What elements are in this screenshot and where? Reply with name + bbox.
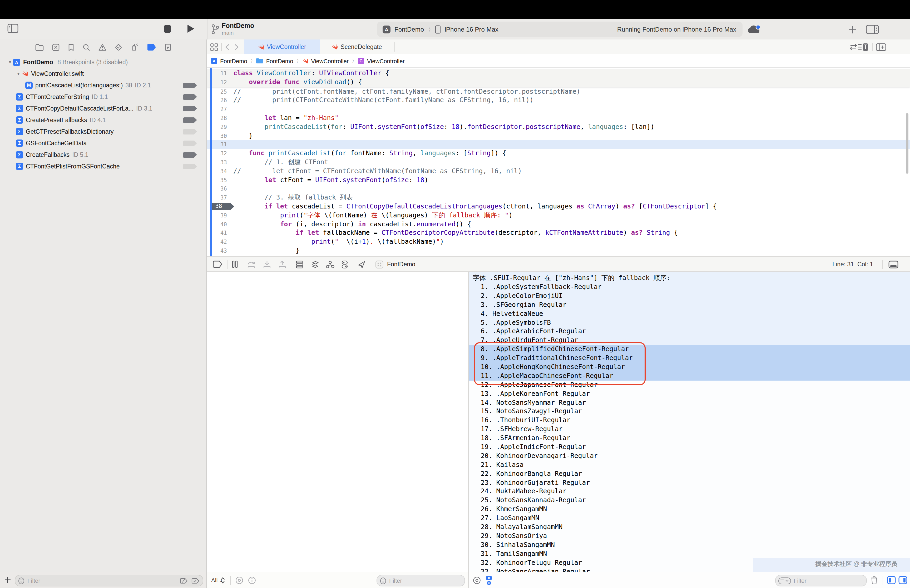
console-line: 23. KohinoorGujarati-Regular: [469, 478, 910, 487]
tab-label: SceneDelegate: [341, 44, 382, 50]
add-breakpoint-button[interactable]: [4, 577, 11, 583]
breakpoint-state-tag[interactable]: [183, 129, 197, 134]
quicklook-icon[interactable]: [235, 577, 243, 584]
filter-breakpoint-outline-icon[interactable]: [179, 578, 188, 583]
go-forward-button[interactable]: [234, 44, 239, 50]
breadcrumb-symbol[interactable]: ViewController: [367, 58, 405, 64]
editor-scrollbar[interactable]: [906, 113, 908, 174]
console-quicklook-icon[interactable]: [473, 577, 481, 584]
toggle-inspector-button[interactable]: [866, 25, 879, 34]
breakpoint-row[interactable]: ΣCTFontGetPlistFromGSFontCache: [0, 161, 207, 172]
breakpoint-row[interactable]: ΣCreateFallbacksID 5.1: [0, 149, 207, 161]
variables-filter-field[interactable]: Filter: [377, 575, 465, 586]
disclosure-icon[interactable]: ▾: [16, 71, 21, 76]
breakpoint-state-tag[interactable]: [183, 152, 197, 158]
breakpoint-row[interactable]: ΣCTFontCopyDefaultCascadeListForLa...ID …: [0, 103, 207, 114]
scheme-selector[interactable]: A FontDemo 〉 iPhone 16 Pro Max Running F…: [377, 22, 742, 37]
app-target-icon: A: [211, 57, 218, 64]
breakpoint-state-tag[interactable]: [183, 105, 197, 111]
device-conditions-icon[interactable]: [341, 260, 348, 268]
console-output[interactable]: 字体 .SFUI-Regular 在 ["zh-Hans"] 下的 fallba…: [469, 271, 910, 572]
destination-name[interactable]: iPhone 16 Pro Max: [445, 26, 498, 33]
breakpoint-state-tag[interactable]: [183, 117, 197, 123]
pause-execution-icon[interactable]: [232, 260, 238, 268]
step-into-icon[interactable]: [263, 260, 271, 268]
clear-console-icon[interactable]: [871, 576, 878, 584]
simulate-location-icon[interactable]: [357, 260, 365, 268]
breakpoint-label: ViewController.swift: [31, 71, 84, 77]
cloud-status-icon[interactable]: [747, 24, 761, 35]
environment-overrides-icon[interactable]: [326, 260, 335, 268]
find-navigator-icon[interactable]: [83, 44, 90, 51]
reports-navigator-icon[interactable]: [165, 44, 171, 51]
stop-button[interactable]: [163, 25, 172, 33]
console-scope-icon[interactable]: [485, 575, 492, 585]
tab-scenedelegate[interactable]: SceneDelegate: [320, 39, 393, 54]
breadcrumb-file[interactable]: ViewController: [311, 58, 349, 64]
breakpoint-row[interactable]: ΣCreatePresetFallbacksID 4.1: [0, 114, 207, 126]
breakpoint-row[interactable]: ΣCTFontCreateForStringID 1.1: [0, 91, 207, 103]
console-line: 29. NotoSansOriya: [469, 531, 910, 541]
bookmarks-navigator-icon[interactable]: [68, 44, 74, 51]
swap-editor-icon[interactable]: [849, 44, 858, 50]
filter-breakpoint-check-icon[interactable]: [191, 578, 200, 583]
editor-options-icon[interactable]: [857, 43, 868, 51]
console-line: 15. NotoSansZawgyi-Regular: [469, 407, 910, 416]
code-line: 37 // 3. 获取 fallback 列表: [207, 193, 910, 202]
hide-debug-breakpoints-icon[interactable]: [212, 260, 223, 268]
tests-navigator-icon[interactable]: [115, 44, 122, 51]
breakpoint-navigator-icon[interactable]: [147, 44, 157, 50]
breakpoint-label: printCascadeList(for:languages:): [35, 82, 123, 89]
breadcrumb-project[interactable]: FontDemo: [220, 58, 247, 64]
source-control-navigator-icon[interactable]: [52, 44, 60, 51]
issues-navigator-icon[interactable]: [99, 44, 107, 51]
breakpoint-row[interactable]: ΣGSFontCacheGetData: [0, 137, 207, 149]
show-variables-view-icon[interactable]: [887, 576, 896, 584]
debug-memory-graph-icon[interactable]: [311, 260, 319, 268]
breadcrumb-group[interactable]: FontDemo: [266, 58, 293, 64]
breakpoint-row[interactable]: MprintCascadeList(for:languages:)38ID 2.…: [0, 79, 207, 91]
add-tab-button[interactable]: [848, 25, 857, 34]
breakpoint-state-tag[interactable]: [183, 82, 197, 88]
add-editor-icon[interactable]: [876, 43, 886, 51]
breakpoint-state-tag[interactable]: [183, 94, 197, 100]
tab-viewcontroller[interactable]: ViewController: [244, 39, 320, 54]
breakpoint-state-tag[interactable]: [183, 140, 197, 146]
scheme-name[interactable]: FontDemo: [394, 26, 424, 33]
related-items-icon[interactable]: [210, 43, 218, 51]
branch-icon: [211, 24, 219, 35]
console-line: 16. .ThonburiUI-Regular: [469, 416, 910, 425]
variables-view[interactable]: [207, 271, 469, 572]
toggle-navigator-button[interactable]: [7, 24, 18, 33]
filter-placeholder: Filter: [389, 577, 402, 584]
step-out-icon[interactable]: [279, 260, 286, 268]
go-back-button[interactable]: [225, 44, 230, 50]
disclosure-icon[interactable]: ▾: [7, 60, 13, 65]
process-branch: main: [222, 29, 254, 36]
code-line: 43 }: [207, 246, 910, 255]
breakpoint-label: GSFontCacheGetData: [26, 140, 87, 146]
run-button[interactable]: [186, 24, 195, 33]
project-navigator-icon[interactable]: [35, 44, 44, 51]
step-over-icon[interactable]: [247, 260, 257, 268]
debug-navigator-icon[interactable]: [131, 43, 139, 51]
breakpoint-filter-field[interactable]: Filter: [15, 575, 203, 586]
breakpoint-row[interactable]: ΣGetCTPresetFallbacksDictionary: [0, 126, 207, 137]
console-line: 31. TamilSangamMN: [469, 549, 910, 558]
breakpoint-group-header[interactable]: ▾AFontDemo 8 Breakpoints (3 disabled): [0, 57, 207, 68]
breakpoint-row[interactable]: ▾ViewController.swift: [0, 68, 207, 79]
console-filter-field[interactable]: Filter: [775, 575, 867, 586]
source-editor[interactable]: 11class ViewController: UIViewController…: [207, 68, 910, 256]
breakpoint-label: CTFontGetPlistFromGSFontCache: [26, 163, 120, 170]
breakpoint-state-tag[interactable]: [183, 163, 197, 169]
svg-text:C: C: [359, 59, 362, 63]
xcode-window: FontDemo main A FontDemo 〉 iPhone 16 Pro…: [0, 0, 910, 588]
debug-process-name[interactable]: FontDemo: [387, 261, 415, 267]
code-line: 25// print(ctFont.fontName, ctFont.famil…: [207, 87, 910, 96]
show-console-view-icon[interactable]: [899, 576, 907, 584]
info-icon[interactable]: [248, 577, 256, 584]
hide-debug-area-icon[interactable]: [888, 260, 899, 268]
console-line: 26. KhmerSangamMN: [469, 505, 910, 514]
debug-view-hierarchy-icon[interactable]: [296, 260, 304, 268]
breakpoint-label: GetCTPresetFallbacksDictionary: [26, 128, 114, 135]
